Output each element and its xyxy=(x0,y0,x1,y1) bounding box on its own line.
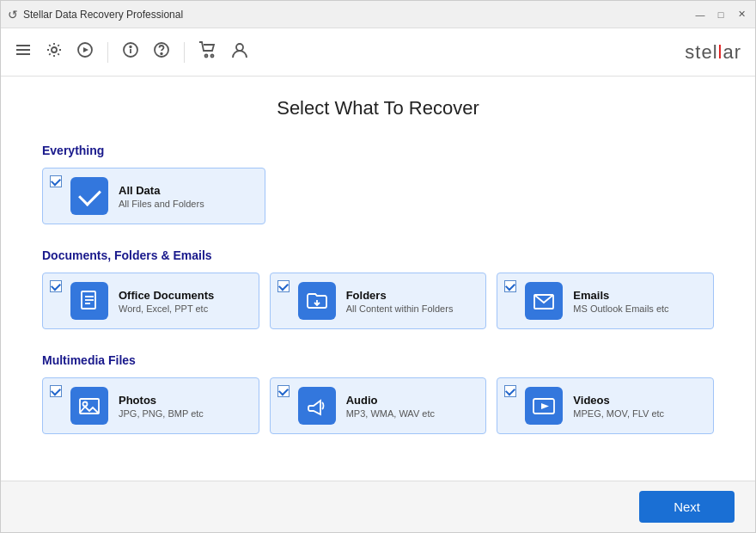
alldata-icon xyxy=(70,177,108,215)
svg-point-12 xyxy=(211,55,214,58)
help-icon[interactable] xyxy=(153,41,170,63)
page-title: Select What To Recover xyxy=(42,97,714,119)
everything-section: Everything All Data All Files and Folder… xyxy=(42,144,714,224)
alldata-subtitle: All Files and Folders xyxy=(119,199,204,209)
title-bar-text: Stellar Data Recovery Professional xyxy=(23,9,183,21)
menu-icon[interactable] xyxy=(15,41,32,63)
everything-label: Everything xyxy=(42,144,714,157)
alldata-checkbox[interactable] xyxy=(50,175,62,187)
emails-checkbox[interactable] xyxy=(504,280,516,292)
settings-icon[interactable] xyxy=(46,41,63,63)
footer: Next xyxy=(1,481,755,532)
folders-card[interactable]: Folders All Content within Folders xyxy=(270,273,487,329)
title-bar-controls: — □ ✕ xyxy=(693,8,748,21)
title-bar: ↺ Stellar Data Recovery Professional — □… xyxy=(1,1,755,28)
user-icon[interactable] xyxy=(231,41,248,63)
stellar-logo-accent: l xyxy=(718,41,723,63)
alldata-title: All Data xyxy=(119,184,204,197)
folders-text: Folders All Content within Folders xyxy=(346,289,454,314)
svg-marker-5 xyxy=(83,47,88,52)
officedocs-subtitle: Word, Excel, PPT etc xyxy=(119,303,214,314)
info-icon[interactable] xyxy=(122,41,139,63)
documents-label: Documents, Folders & Emails xyxy=(42,248,714,262)
photos-icon xyxy=(70,387,108,425)
officedocs-icon xyxy=(70,282,108,320)
audio-title: Audio xyxy=(346,394,435,407)
videos-text: Videos MPEG, MOV, FLV etc xyxy=(573,394,664,419)
main-content: Select What To Recover Everything All Da… xyxy=(1,77,755,481)
toolbar-separator-1 xyxy=(107,42,108,63)
photos-title: Photos xyxy=(119,394,204,407)
stellar-logo-area: stellar xyxy=(685,41,741,64)
folders-subtitle: All Content within Folders xyxy=(346,303,454,314)
next-button[interactable]: Next xyxy=(639,491,735,523)
toolbar-separator-2 xyxy=(184,42,185,63)
title-bar-left: ↺ Stellar Data Recovery Professional xyxy=(8,8,183,21)
close-button[interactable]: ✕ xyxy=(735,8,748,21)
multimedia-cards-row: Photos JPG, PNG, BMP etc Audio MP3, WMA,… xyxy=(42,377,714,434)
alldata-text: All Data All Files and Folders xyxy=(119,184,204,209)
undo-icon: ↺ xyxy=(8,8,18,21)
svg-marker-23 xyxy=(541,403,549,409)
maximize-button[interactable]: □ xyxy=(714,8,728,21)
multimedia-label: Multimedia Files xyxy=(42,353,714,367)
audio-subtitle: MP3, WMA, WAV etc xyxy=(346,408,435,419)
emails-icon xyxy=(525,282,563,320)
photos-text: Photos JPG, PNG, BMP etc xyxy=(119,394,204,419)
officedocs-title: Office Documents xyxy=(119,289,214,302)
officedocs-card[interactable]: Office Documents Word, Excel, PPT etc xyxy=(42,273,259,329)
svg-point-13 xyxy=(236,44,243,51)
documents-cards-row: Office Documents Word, Excel, PPT etc Fo… xyxy=(42,273,714,329)
videos-card[interactable]: Videos MPEG, MOV, FLV etc xyxy=(497,377,714,434)
photos-checkbox[interactable] xyxy=(50,385,62,397)
folders-checkbox[interactable] xyxy=(277,280,290,292)
play-icon[interactable] xyxy=(76,41,94,63)
svg-point-11 xyxy=(205,55,208,58)
audio-checkbox[interactable] xyxy=(277,385,290,397)
svg-point-3 xyxy=(52,47,57,52)
emails-title: Emails xyxy=(573,289,668,302)
alldata-card[interactable]: All Data All Files and Folders xyxy=(42,168,265,224)
toolbar-left xyxy=(15,41,248,63)
toolbar: stellar xyxy=(1,28,755,77)
emails-text: Emails MS Outlook Emails etc xyxy=(573,289,668,314)
svg-point-10 xyxy=(161,53,162,55)
documents-section: Documents, Folders & Emails Office Docum… xyxy=(42,248,714,329)
officedocs-checkbox[interactable] xyxy=(50,280,62,292)
videos-icon xyxy=(525,387,563,425)
photos-subtitle: JPG, PNG, BMP etc xyxy=(119,408,204,419)
officedocs-text: Office Documents Word, Excel, PPT etc xyxy=(119,289,214,314)
videos-checkbox[interactable] xyxy=(504,385,516,397)
videos-title: Videos xyxy=(573,394,664,407)
folders-icon xyxy=(298,282,336,320)
folders-title: Folders xyxy=(346,289,454,302)
videos-subtitle: MPEG, MOV, FLV etc xyxy=(573,408,664,419)
everything-cards-row: All Data All Files and Folders xyxy=(42,168,714,224)
emails-subtitle: MS Outlook Emails etc xyxy=(573,303,668,314)
stellar-logo: stellar xyxy=(685,41,741,64)
svg-point-8 xyxy=(130,46,131,48)
audio-text: Audio MP3, WMA, WAV etc xyxy=(346,394,435,419)
audio-card[interactable]: Audio MP3, WMA, WAV etc xyxy=(270,377,487,434)
emails-card[interactable]: Emails MS Outlook Emails etc xyxy=(497,273,714,329)
minimize-button[interactable]: — xyxy=(693,8,707,21)
multimedia-section: Multimedia Files Photos JPG, PNG, BMP et… xyxy=(42,353,714,434)
photos-card[interactable]: Photos JPG, PNG, BMP etc xyxy=(42,377,259,434)
audio-icon xyxy=(298,387,336,425)
cart-icon[interactable] xyxy=(198,41,217,63)
